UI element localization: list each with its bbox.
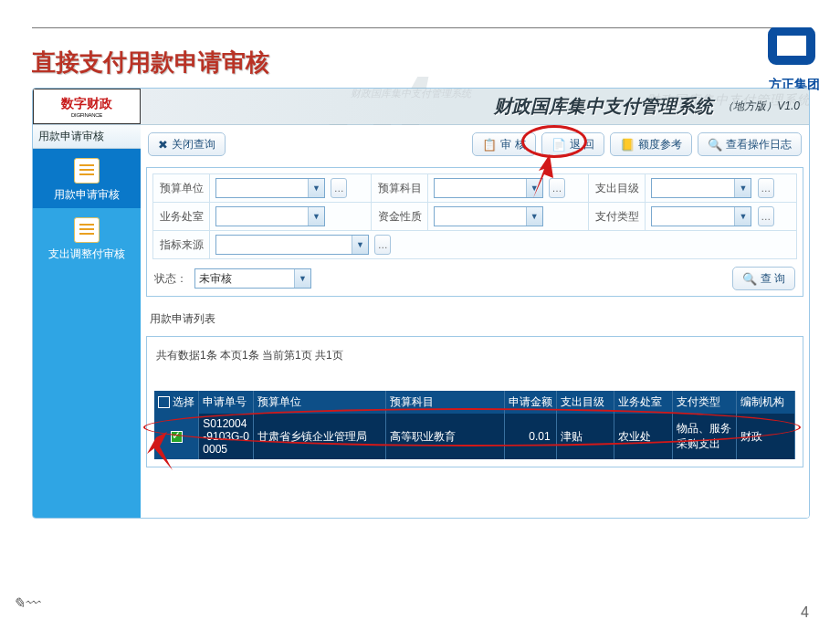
office-input[interactable] [216,207,308,226]
budget-unit-picker[interactable]: … [331,178,347,198]
expend-cat-picker[interactable]: … [758,178,774,198]
label-expend-cat: 支出目级 [589,174,646,203]
chevron-down-icon[interactable]: ▼ [526,179,542,197]
audit-button[interactable]: 📋 审 核 [472,132,535,156]
return-icon: 📄 [551,138,566,152]
view-log-button[interactable]: 🔍 查看操作日志 [698,132,802,156]
pay-type-picker[interactable]: … [758,206,774,226]
status-input[interactable] [195,269,294,288]
document-icon [74,217,100,243]
return-button[interactable]: 📄 退 回 [541,132,604,156]
chevron-down-icon[interactable]: ▼ [352,236,368,254]
budget-subject-input[interactable] [435,179,526,197]
chevron-down-icon[interactable]: ▼ [294,269,310,288]
quota-ref-button[interactable]: 📒 额度参考 [610,132,692,156]
app-title-bar: 财政国库集中支付管理系统 财政国库集中支付管理系统 财政国库集中支付管理系统 （… [141,89,809,124]
budget-unit-input[interactable] [216,179,308,197]
cell-pay-type: 物品、服务采购支出 [673,414,737,459]
search-icon: 🔍 [742,272,757,286]
table-row[interactable]: S012004-9103G-00005 甘肃省乡镇企业管理局 高等职业教育 0.… [154,414,795,459]
app-window: 数字财政 DIGFINANCE 财政国库集中支付管理系统 财政国库集中支付管理系… [32,88,810,519]
app-logo: 数字财政 DIGFINANCE [33,89,141,124]
label-pay-type: 支付类型 [589,203,646,231]
pager-summary: 共有数据1条 本页1条 当前第1页 共1页 [156,348,795,363]
label-fund-nature: 资金性质 [371,203,427,231]
budget-subject-combo[interactable]: ▼ [434,178,543,198]
corner-scribble: ✎〰 [13,594,39,612]
col-budget-unit[interactable]: 预算单位 [254,391,385,414]
app-title: 财政国库集中支付管理系统 [494,94,713,119]
audit-label: 审 核 [500,137,525,152]
sidebar-item-label: 支出调整付审核 [33,247,141,262]
pay-type-combo[interactable]: ▼ [651,206,751,226]
query-label: 查 询 [761,271,785,287]
list-panel: 共有数据1条 本页1条 当前第1页 共1页 选择 申请单号 预算单位 预算科目 [146,336,803,467]
index-source-combo[interactable]: ▼ [215,235,369,255]
cell-expend-cat: 津贴 [556,414,614,459]
slide-page-number: 4 [801,604,809,621]
sidebar-header: 用款申请审核 [33,125,141,149]
company-logo-icon [765,27,824,75]
budget-unit-combo[interactable]: ▼ [215,178,325,198]
status-combo[interactable]: ▼ [194,268,311,289]
query-button[interactable]: 🔍 查 询 [732,267,795,290]
fund-nature-input[interactable] [435,207,526,226]
cell-apply-no: S012004-9103G-00005 [199,414,254,459]
col-select[interactable]: 选择 [154,391,199,414]
sidebar-item-apply-audit[interactable]: 用款申请审核 [33,149,141,208]
top-rule [32,27,808,28]
app-title-ghost: 财政国库集中支付管理系统 [351,88,471,100]
col-org[interactable]: 编制机构 [737,391,795,414]
close-query-label: 关闭查询 [172,137,215,152]
slide-title: 直接支付用款申请审核 [32,47,808,79]
office-combo[interactable]: ▼ [215,206,325,226]
checkbox-row[interactable] [171,431,183,443]
fund-nature-combo[interactable]: ▼ [434,206,543,226]
company-logo: 方正集团 [765,27,824,93]
app-version: （地方版）V1.0 [722,99,800,114]
col-apply-no[interactable]: 申请单号 [199,391,254,414]
col-budget-subject[interactable]: 预算科目 [385,391,504,414]
index-source-picker[interactable]: … [374,235,391,255]
list-title: 用款申请列表 [150,311,803,327]
view-log-label: 查看操作日志 [726,137,792,152]
app-logo-main: 数字财政 [61,96,112,112]
label-budget-subject: 预算科目 [371,174,427,203]
document-icon [74,158,100,184]
col-expend-cat[interactable]: 支出目级 [556,391,614,414]
col-select-label: 选择 [173,395,194,408]
expend-cat-input[interactable] [652,179,734,197]
col-office[interactable]: 业务处室 [614,391,673,414]
search-icon: 🔍 [708,138,722,152]
close-query-button[interactable]: ✖ 关闭查询 [148,132,226,156]
label-status: 状态： [154,271,187,287]
quota-ref-label: 额度参考 [638,137,682,152]
chevron-down-icon[interactable]: ▼ [734,179,751,197]
expend-cat-combo[interactable]: ▼ [651,178,751,198]
chevron-down-icon[interactable]: ▼ [308,207,324,226]
sidebar-item-adjust-audit[interactable]: 支出调整付审核 [33,208,141,268]
chevron-down-icon[interactable]: ▼ [734,207,751,226]
return-label: 退 回 [570,137,594,152]
chevron-down-icon[interactable]: ▼ [308,179,324,197]
cell-apply-amount: 0.01 [504,414,556,459]
chevron-down-icon[interactable]: ▼ [526,207,542,226]
svg-rect-1 [778,37,805,55]
col-apply-amount[interactable]: 申请金额 [504,391,556,414]
label-index-source: 指标来源 [153,231,210,259]
budget-subject-picker[interactable]: … [549,178,565,198]
pay-type-input[interactable] [652,207,734,226]
apply-table: 选择 申请单号 预算单位 预算科目 申请金额 支出目级 业务处室 支付类型 编制… [154,391,795,459]
main-panel: ✖ 关闭查询 📋 审 核 📄 退 回 📒 额度参考 [141,125,809,518]
label-office: 业务处室 [153,203,210,231]
close-icon: ✖ [158,138,168,152]
col-pay-type[interactable]: 支付类型 [673,391,737,414]
index-source-input[interactable] [216,236,352,254]
cell-budget-subject: 高等职业教育 [385,414,504,459]
cell-budget-unit: 甘肃省乡镇企业管理局 [254,414,385,459]
checkbox-all[interactable] [158,396,170,408]
toolbar: ✖ 关闭查询 📋 审 核 📄 退 回 📒 额度参考 [146,131,803,165]
svg-rect-0 [772,31,811,60]
cell-office: 农业处 [614,414,673,459]
app-header: 数字财政 DIGFINANCE 财政国库集中支付管理系统 财政国库集中支付管理系… [33,89,809,125]
